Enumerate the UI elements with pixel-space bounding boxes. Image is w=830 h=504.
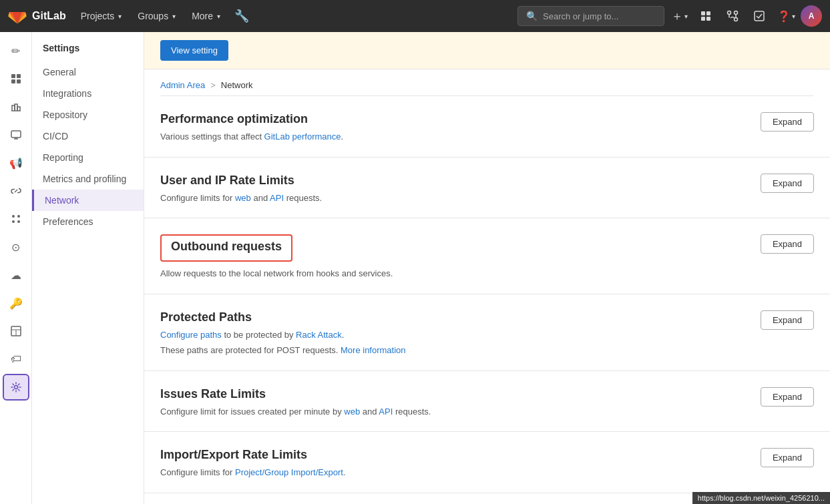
ip-rate-limits-content: User and IP Rate Limits Configure limits… — [160, 174, 322, 205]
protected-paths-section: Protected Paths Configure paths to be pr… — [144, 294, 830, 371]
main-content: View setting Admin Area > Network Perfor… — [144, 32, 830, 504]
api-link2[interactable]: API — [379, 407, 393, 417]
apps-icon — [11, 214, 21, 224]
breadcrumb-current: Network — [221, 80, 253, 90]
svg-point-15 — [17, 215, 20, 218]
protected-paths-expand-button[interactable]: Expand — [761, 310, 814, 330]
outbound-requests-content: Outbound requests Allow requests to the … — [160, 234, 393, 280]
settings-title: Settings — [32, 43, 144, 61]
protected-paths-desc2: These paths are protected for POST reque… — [160, 344, 406, 357]
configure-link[interactable]: Configure paths — [160, 330, 222, 340]
sidebar-item-cicd[interactable]: CI/CD — [32, 125, 144, 147]
breadcrumb: Admin Area > Network — [144, 69, 830, 95]
svg-rect-9 — [17, 74, 21, 78]
performance-optimization-title: Performance optimization — [160, 112, 343, 126]
sidebar-table[interactable] — [3, 318, 29, 344]
help-icon: ❓ — [777, 10, 791, 23]
search-bar[interactable]: 🔍 Search or jump to... — [517, 6, 664, 26]
issues-rate-limits-section: Issues Rate Limits Configure limit for i… — [144, 371, 830, 433]
sidebar-item-reporting[interactable]: Reporting — [32, 147, 144, 168]
help-icon-btn[interactable]: ❓ ▾ — [774, 4, 798, 28]
search-icon: 🔍 — [526, 11, 538, 21]
link-icon — [11, 186, 21, 196]
top-navigation: GitLab Projects ▾ Groups ▾ More ▾ 🔧 🔍 Se… — [0, 0, 830, 32]
sidebar-key[interactable]: 🔑 — [3, 290, 29, 316]
more-chevron: ▾ — [217, 13, 220, 20]
icon-sidebar: ✏ 📢 — [0, 32, 32, 504]
merge-request-icon-btn[interactable] — [720, 4, 745, 28]
gitlab-wordmark: GitLab — [32, 10, 66, 22]
gitlab-logo[interactable]: GitLab — [8, 7, 66, 25]
groups-chevron: ▾ — [172, 13, 176, 20]
notification-banner: View setting — [144, 32, 830, 69]
performance-expand-button[interactable]: Expand — [761, 112, 814, 132]
sidebar-megaphone[interactable]: 📢 — [3, 150, 29, 176]
table-icon — [11, 326, 21, 336]
ip-rate-limits-title: User and IP Rate Limits — [160, 174, 322, 188]
web-link2[interactable]: web — [344, 407, 360, 417]
svg-rect-1 — [706, 11, 710, 15]
import-export-desc: Configure limits for Project/Group Impor… — [160, 466, 345, 479]
breadcrumb-admin[interactable]: Admin Area — [160, 80, 205, 90]
settings-sidebar: Settings General Integrations Repository… — [32, 32, 144, 504]
outbound-requests-title: Outbound requests — [171, 240, 282, 254]
svg-point-6 — [735, 11, 738, 15]
performance-optimization-header: Performance optimization Various setting… — [160, 112, 814, 144]
sidebar-circle[interactable]: ⊙ — [3, 234, 29, 260]
web-link[interactable]: web — [235, 193, 251, 203]
monitor-icon — [11, 130, 21, 140]
plus-icon-btn[interactable]: ＋ ▾ — [667, 4, 691, 28]
performance-optimization-desc: Various settings that affect GitLab perf… — [160, 130, 343, 144]
sidebar-item-repository[interactable]: Repository — [32, 104, 144, 125]
projects-menu[interactable]: Projects ▾ — [74, 0, 129, 32]
svg-rect-8 — [11, 74, 15, 78]
performance-optimization-content: Performance optimization Various setting… — [160, 112, 343, 144]
sidebar-monitor[interactable] — [3, 121, 29, 148]
outbound-requests-highlight-box: Outbound requests — [160, 234, 292, 262]
sidebar-tag[interactable]: 🏷 — [3, 346, 29, 372]
sidebar-chart[interactable] — [3, 93, 29, 120]
project-group-import-link[interactable]: Project/Group Import/Export — [235, 467, 343, 477]
outbound-requests-desc: Allow requests to the local network from… — [160, 267, 393, 280]
merge-request-icon — [727, 10, 739, 22]
sidebar-item-metrics[interactable]: Metrics and profiling — [32, 168, 144, 190]
sidebar-pencil[interactable]: ✏ — [3, 37, 29, 64]
sidebar-item-general[interactable]: General — [32, 61, 144, 83]
import-export-title: Import/Export Rate Limits — [160, 448, 345, 462]
performance-link[interactable]: GitLab performance — [264, 132, 341, 142]
help-chevron: ▾ — [792, 13, 795, 20]
wrench-icon-btn[interactable]: 🔧 — [230, 4, 254, 28]
more-information-link[interactable]: More information — [341, 345, 406, 355]
svg-point-5 — [735, 18, 738, 21]
sidebar-item-integrations[interactable]: Integrations — [32, 83, 144, 104]
profile-icon-btn[interactable] — [694, 4, 718, 28]
svg-point-14 — [12, 215, 15, 218]
import-export-content: Import/Export Rate Limits Configure limi… — [160, 448, 345, 479]
ip-rate-limits-expand-button[interactable]: Expand — [761, 174, 814, 193]
groups-menu[interactable]: Groups ▾ — [131, 0, 182, 32]
sidebar-item-network[interactable]: Network — [32, 190, 144, 211]
more-menu[interactable]: More ▾ — [185, 0, 227, 32]
protected-paths-desc: Configure paths to be protected by Rack … — [160, 328, 406, 342]
issues-rate-limits-desc: Configure limit for issues created per m… — [160, 405, 431, 419]
outbound-requests-header: Outbound requests Allow requests to the … — [160, 234, 814, 280]
sidebar-grid[interactable] — [3, 65, 29, 92]
api-link[interactable]: API — [270, 193, 284, 203]
issues-rate-limits-header: Issues Rate Limits Configure limit for i… — [160, 387, 814, 419]
svg-point-17 — [17, 220, 20, 223]
protected-paths-title: Protected Paths — [160, 310, 406, 324]
import-export-expand-button[interactable]: Expand — [761, 448, 814, 467]
sidebar-item-preferences[interactable]: Preferences — [32, 211, 144, 232]
rack-attack-link[interactable]: Rack Attack — [296, 330, 342, 340]
issues-rate-limits-expand-button[interactable]: Expand — [761, 387, 814, 407]
checklist-icon-btn[interactable] — [747, 4, 771, 28]
sidebar-cloud[interactable]: ☁ — [3, 262, 29, 288]
view-setting-button[interactable]: View setting — [160, 40, 228, 61]
avatar[interactable]: A — [801, 5, 822, 27]
sidebar-link[interactable] — [3, 178, 29, 204]
sidebar-apps[interactable] — [3, 206, 29, 232]
nav-right-area: 🔍 Search or jump to... ＋ ▾ — [517, 4, 822, 28]
ip-rate-limits-header: User and IP Rate Limits Configure limits… — [160, 174, 814, 205]
outbound-requests-expand-button[interactable]: Expand — [761, 234, 814, 254]
sidebar-gear[interactable] — [3, 374, 29, 401]
